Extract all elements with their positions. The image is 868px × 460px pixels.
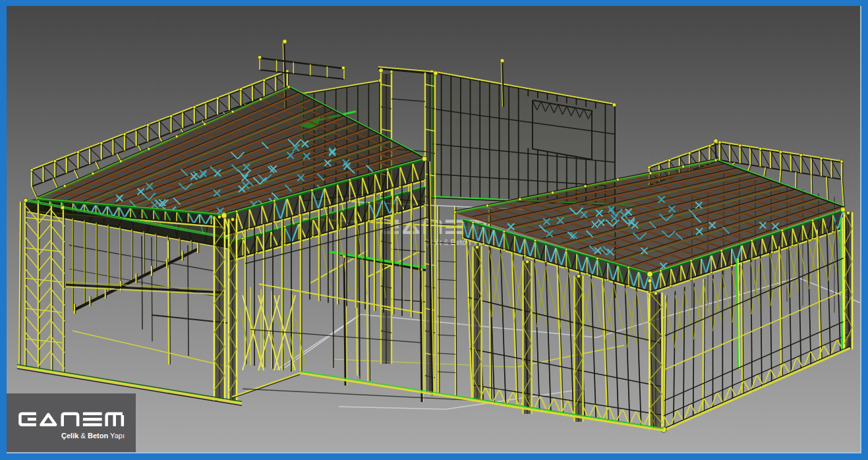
svg-text:Çelik & Beton Yapı: Çelik & Beton Yapı <box>61 432 125 440</box>
